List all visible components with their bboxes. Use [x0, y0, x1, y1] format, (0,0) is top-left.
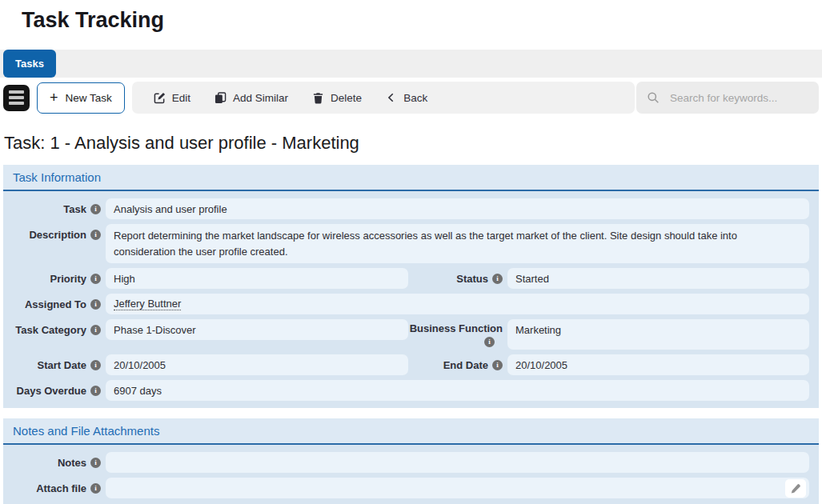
- menu-icon[interactable]: [3, 85, 30, 111]
- tab-tasks[interactable]: Tasks: [3, 50, 56, 78]
- assigned-to-label: Assigned To i: [3, 294, 106, 314]
- task-category-value: Phase 1-Discover: [106, 319, 408, 340]
- attach-file-edit-button[interactable]: [785, 479, 806, 498]
- section-notes-attachments-title: Notes and File Attachments: [3, 418, 819, 445]
- info-icon[interactable]: i: [90, 483, 101, 494]
- tab-tasks-label: Tasks: [15, 58, 44, 70]
- info-icon[interactable]: i: [492, 274, 503, 284]
- field-row-category-function: Task Category i Phase 1-Discover Busines…: [3, 319, 814, 350]
- assigned-to-link[interactable]: Jeffery Buttner: [114, 298, 181, 310]
- field-row-description: Description i Report determining the mar…: [3, 224, 814, 263]
- notes-label: Notes i: [3, 452, 106, 473]
- description-label: Description i: [3, 224, 106, 245]
- section-task-information: Task Information Task i Analysis and use…: [3, 165, 819, 408]
- search-icon: [647, 91, 660, 104]
- task-value: Analysis and user profile: [106, 198, 809, 219]
- business-function-label: Business Function i: [408, 319, 507, 347]
- field-row-notes: Notes i: [3, 452, 814, 473]
- info-icon[interactable]: i: [90, 360, 101, 370]
- field-row-dates: Start Date i 20/10/2005 End Date i 20/10…: [3, 354, 814, 375]
- add-similar-button[interactable]: Add Similar: [202, 92, 300, 104]
- new-task-button[interactable]: + New Task: [37, 82, 125, 114]
- edit-label: Edit: [172, 92, 190, 104]
- plus-icon: +: [50, 90, 58, 105]
- search-input[interactable]: [668, 91, 808, 105]
- delete-label: Delete: [331, 92, 362, 104]
- copy-icon: [215, 92, 227, 104]
- task-label: Task i: [3, 198, 106, 219]
- section-notes-attachments-body: Notes i Attach file i: [3, 445, 819, 504]
- task-tracking-app: Task Tracking Tasks + New Task Edit: [0, 0, 822, 504]
- section-task-information-title: Task Information: [3, 165, 819, 191]
- toolbar: + New Task Edit: [3, 82, 819, 114]
- tab-bar: Tasks: [0, 50, 822, 78]
- pencil-icon: [790, 483, 801, 494]
- trash-icon: [312, 92, 324, 104]
- search-box: [636, 82, 819, 114]
- back-button[interactable]: Back: [374, 92, 439, 104]
- priority-label: Priority i: [3, 268, 106, 289]
- end-date-label: End Date i: [408, 354, 507, 375]
- description-value: Report determining the market landscape …: [106, 224, 809, 263]
- app-title: Task Tracking: [0, 0, 822, 34]
- info-icon[interactable]: i: [90, 299, 101, 310]
- action-bar: Edit Add Similar Delete: [132, 82, 635, 114]
- business-function-value: Marketing: [507, 319, 809, 350]
- info-icon[interactable]: i: [90, 274, 101, 284]
- assigned-to-value: Jeffery Buttner: [106, 294, 809, 314]
- info-icon[interactable]: i: [90, 325, 101, 335]
- new-task-label: New Task: [66, 92, 112, 104]
- section-task-information-body: Task i Analysis and user profile Descrip…: [3, 191, 819, 408]
- add-similar-label: Add Similar: [233, 92, 288, 104]
- priority-value: High: [106, 268, 408, 289]
- attach-file-label: Attach file i: [3, 478, 106, 498]
- chevron-left-icon: [386, 92, 397, 103]
- task-category-label: Task Category i: [3, 319, 106, 340]
- notes-value: [106, 452, 809, 473]
- end-date-value: 20/10/2005: [507, 354, 809, 375]
- attach-file-value: [106, 478, 809, 498]
- info-icon[interactable]: i: [90, 386, 101, 396]
- back-label: Back: [403, 92, 427, 104]
- info-icon[interactable]: i: [90, 458, 101, 468]
- start-date-label: Start Date i: [3, 354, 106, 375]
- edit-icon: [154, 92, 166, 104]
- info-icon[interactable]: i: [492, 360, 503, 370]
- field-row-assigned-to: Assigned To i Jeffery Buttner: [3, 294, 814, 314]
- page-title: Task: 1 - Analysis and user profile - Ma…: [4, 132, 822, 154]
- section-notes-attachments: Notes and File Attachments Notes i Attac…: [3, 418, 819, 504]
- start-date-value: 20/10/2005: [106, 354, 408, 375]
- info-icon[interactable]: i: [484, 337, 495, 347]
- field-row-priority-status: Priority i High Status i Started: [3, 268, 814, 289]
- days-overdue-label: Days Overdue i: [3, 380, 106, 401]
- field-row-days-overdue: Days Overdue i 6907 days: [3, 380, 814, 401]
- delete-button[interactable]: Delete: [300, 92, 374, 104]
- status-label: Status i: [408, 268, 507, 289]
- info-icon[interactable]: i: [90, 204, 101, 214]
- days-overdue-value: 6907 days: [106, 380, 809, 401]
- field-row-attach-file: Attach file i: [3, 478, 814, 498]
- info-icon[interactable]: i: [90, 230, 101, 240]
- edit-button[interactable]: Edit: [142, 92, 202, 104]
- field-row-task: Task i Analysis and user profile: [3, 198, 814, 219]
- status-value: Started: [507, 268, 809, 289]
